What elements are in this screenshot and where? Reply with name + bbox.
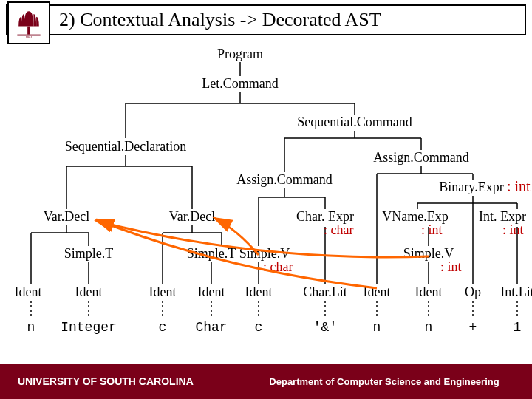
node-assign-command-right: Assign.Command — [372, 150, 471, 166]
node-sequential-command: Sequential.Command — [296, 115, 413, 130]
node-char-lit: Char.Lit — [301, 284, 349, 300]
node-let-command: Let.Command — [200, 76, 279, 92]
annotation-char-1: : char — [324, 222, 353, 238]
node-ident-7: Ident — [414, 284, 444, 300]
leaf-char: Char — [194, 320, 228, 335]
footer-department: Department of Computer Science and Engin… — [236, 376, 532, 387]
annotation-int-4: : int — [440, 259, 462, 275]
leaf-integer: Integer — [59, 320, 118, 335]
leaf-one: 1 — [512, 320, 523, 335]
node-ident-1: Ident — [13, 284, 43, 300]
leaf-amp: '&' — [312, 320, 338, 335]
leaf-plus: + — [468, 320, 479, 335]
annotation-char-2: : char — [263, 259, 293, 275]
node-ident-6: Ident — [362, 284, 392, 300]
annotation-int-3: : int — [502, 222, 524, 238]
node-ident-3: Ident — [148, 284, 178, 300]
leaf-c-2: c — [253, 320, 265, 335]
ast-diagram: Program Let.Command Sequential.Command S… — [0, 41, 532, 358]
university-logo: 1801 — [7, 1, 50, 44]
annotation-int-1: : int — [507, 178, 531, 195]
node-var-decl-1: Var.Decl — [42, 209, 91, 225]
svg-text:1801: 1801 — [25, 35, 33, 39]
node-assign-command-left: Assign.Command — [235, 172, 334, 188]
node-sequential-declaration: Sequential.Declaration — [64, 139, 188, 154]
node-ident-5: Ident — [244, 284, 274, 300]
leaf-n-3: n — [423, 320, 434, 335]
slide-title: 2) Contextual Analysis -> Decorated AST — [6, 4, 526, 35]
node-program: Program — [216, 47, 265, 62]
node-var-decl-2: Var.Decl — [168, 209, 216, 225]
leaf-c-1: c — [157, 320, 168, 335]
annotation-int-2: : int — [421, 222, 443, 238]
node-simple-t-1: Simple.T — [63, 246, 115, 262]
node-op: Op — [463, 284, 482, 300]
node-int-lit: Int.Lit — [499, 284, 532, 300]
node-ident-2: Ident — [74, 284, 104, 300]
footer-bar: UNIVERSITY OF SOUTH CAROLINA Department … — [0, 364, 532, 399]
leaf-n-2: n — [372, 320, 383, 335]
node-simple-t-2: Simple.T — [185, 246, 238, 262]
svg-rect-0 — [27, 27, 30, 35]
footer-university: UNIVERSITY OF SOUTH CAROLINA — [0, 375, 236, 387]
node-binary-expr: Binary.Expr — [437, 180, 505, 195]
leaf-n-1: n — [26, 320, 37, 335]
node-ident-4: Ident — [197, 284, 227, 300]
